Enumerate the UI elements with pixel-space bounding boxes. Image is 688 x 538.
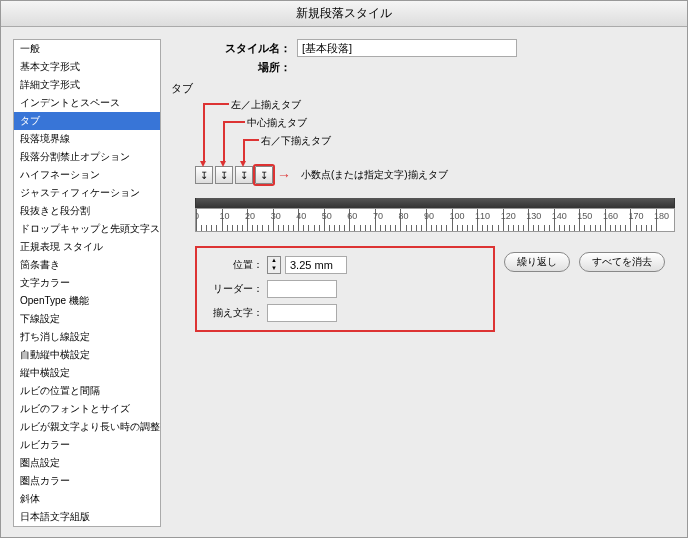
ruler-minor-tick <box>513 225 514 231</box>
ruler-minor-tick <box>416 225 417 231</box>
ruler-number: 50 <box>322 211 332 221</box>
ruler-minor-tick <box>216 225 217 231</box>
sidebar-item[interactable]: ルビのフォントとサイズ <box>14 400 160 418</box>
ruler-minor-tick <box>549 225 550 231</box>
ruler-number: 80 <box>398 211 408 221</box>
ruler-minor-tick <box>257 225 258 231</box>
sidebar-item[interactable]: 自動縦中横設定 <box>14 346 160 364</box>
ruler-minor-tick <box>385 225 386 231</box>
annot-line <box>223 121 245 123</box>
ruler-minor-tick <box>406 225 407 231</box>
sidebar-item[interactable]: ハイフネーション <box>14 166 160 184</box>
ruler-number: 110 <box>475 211 490 221</box>
ruler-number: 150 <box>577 211 592 221</box>
ruler-minor-tick <box>636 225 637 231</box>
ruler-number: 40 <box>296 211 306 221</box>
annot-line <box>223 121 225 163</box>
decimal-tab-icon[interactable]: ↧ <box>255 166 273 184</box>
ruler-minor-tick <box>498 225 499 231</box>
center-tab-icon[interactable]: ↧ <box>215 166 233 184</box>
annot-line <box>203 103 229 105</box>
ruler-minor-tick <box>354 225 355 231</box>
ruler-number: 130 <box>526 211 541 221</box>
ruler-minor-tick <box>441 225 442 231</box>
annot-left-label: 左／上揃えタブ <box>231 98 301 112</box>
sidebar-item[interactable]: 一般 <box>14 40 160 58</box>
tab-ruler[interactable]: 0102030405060708090100110120130140150160… <box>195 198 675 232</box>
ruler-number: 180 <box>654 211 669 221</box>
sidebar-item[interactable]: 下線設定 <box>14 310 160 328</box>
sidebar-item[interactable]: 打ち消し線設定 <box>14 328 160 346</box>
ruler-minor-tick <box>344 225 345 231</box>
ruler-minor-tick <box>523 225 524 231</box>
sidebar-item[interactable]: インデントとスペース <box>14 94 160 112</box>
ruler-minor-tick <box>370 225 371 231</box>
arrowhead-icon <box>200 161 206 167</box>
sidebar-item[interactable]: 正規表現 スタイル <box>14 238 160 256</box>
ruler-minor-tick <box>329 225 330 231</box>
annot-line <box>243 139 259 141</box>
sidebar-item[interactable]: 圏点設定 <box>14 454 160 472</box>
ruler-minor-tick <box>293 225 294 231</box>
ruler-scale[interactable]: 0102030405060708090100110120130140150160… <box>195 208 675 232</box>
leader-input[interactable] <box>267 280 337 298</box>
sidebar-item[interactable]: 詳細文字形式 <box>14 76 160 94</box>
sidebar-item[interactable]: ジャスティフィケーション <box>14 184 160 202</box>
paragraph-style-dialog: 新規段落スタイル 一般基本文字形式詳細文字形式インデントとスペースタブ段落境界線… <box>0 0 688 538</box>
ruler-number: 160 <box>603 211 618 221</box>
sidebar-item[interactable]: ルビが親文字より長い時の調整 <box>14 418 160 436</box>
ruler-minor-tick <box>457 225 458 231</box>
alignchar-input[interactable] <box>267 304 337 322</box>
ruler-minor-tick <box>319 225 320 231</box>
position-input[interactable] <box>285 256 347 274</box>
sidebar-item[interactable]: 箇条書き <box>14 256 160 274</box>
sidebar-item[interactable]: 日本語文字組版 <box>14 508 160 526</box>
sidebar-item[interactable]: 圏点カラー <box>14 472 160 490</box>
sidebar-item[interactable]: OpenType 機能 <box>14 292 160 310</box>
ruler-minor-tick <box>314 225 315 231</box>
annot-center-label: 中心揃えタブ <box>247 116 307 130</box>
sidebar-item[interactable]: 段落境界線 <box>14 130 160 148</box>
ruler-minor-tick <box>600 225 601 231</box>
stepper-down-icon[interactable]: ▼ <box>268 265 280 273</box>
ruler-minor-tick <box>533 225 534 231</box>
category-sidebar[interactable]: 一般基本文字形式詳細文字形式インデントとスペースタブ段落境界線段落分割禁止オプシ… <box>13 39 161 527</box>
ruler-number: 90 <box>424 211 434 221</box>
sidebar-item[interactable]: タブ <box>14 112 160 130</box>
ruler-minor-tick <box>615 225 616 231</box>
ruler-number: 0 <box>195 211 199 221</box>
right-tab-icon[interactable]: ↧ <box>235 166 253 184</box>
position-stepper[interactable]: ▲ ▼ <box>267 256 281 274</box>
clear-all-button[interactable]: すべてを消去 <box>579 252 665 272</box>
sidebar-item[interactable]: 縦中横設定 <box>14 364 160 382</box>
annot-decimal-label: 小数点(または指定文字)揃えタブ <box>301 168 448 182</box>
ruler-minor-tick <box>518 225 519 231</box>
ruler-minor-tick <box>538 225 539 231</box>
repeat-button[interactable]: 繰り返し <box>504 252 570 272</box>
ruler-minor-tick <box>487 225 488 231</box>
ruler-minor-tick <box>268 225 269 231</box>
sidebar-item[interactable]: ドロップキャップと先頭文字スタイル <box>14 220 160 238</box>
left-tab-icon[interactable]: ↧ <box>195 166 213 184</box>
sidebar-item[interactable]: 段抜きと段分割 <box>14 202 160 220</box>
ruler-number: 10 <box>220 211 230 221</box>
tab-annotations: 左／上揃えタブ 中心揃えタブ 右／下揃えタブ <box>195 98 675 164</box>
ruler-minor-tick <box>380 225 381 231</box>
sidebar-item[interactable]: 基本文字形式 <box>14 58 160 76</box>
ruler-minor-tick <box>227 225 228 231</box>
style-name-input[interactable] <box>297 39 517 57</box>
ruler-minor-tick <box>201 225 202 231</box>
ruler-header <box>195 198 675 208</box>
ruler-minor-tick <box>492 225 493 231</box>
sidebar-item[interactable]: ルビカラー <box>14 436 160 454</box>
ruler-minor-tick <box>462 225 463 231</box>
stepper-up-icon[interactable]: ▲ <box>268 257 280 265</box>
ruler-minor-tick <box>584 225 585 231</box>
sidebar-item[interactable]: 文字カラー <box>14 274 160 292</box>
ruler-minor-tick <box>288 225 289 231</box>
sidebar-item[interactable]: 段落分割禁止オプション <box>14 148 160 166</box>
sidebar-item[interactable]: 斜体 <box>14 490 160 508</box>
ruler-minor-tick <box>436 225 437 231</box>
ruler-number: 100 <box>450 211 465 221</box>
sidebar-item[interactable]: ルビの位置と間隔 <box>14 382 160 400</box>
